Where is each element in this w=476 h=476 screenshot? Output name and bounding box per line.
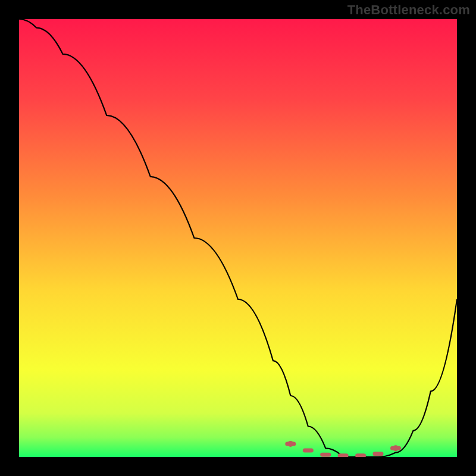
svg-rect-6 (373, 452, 384, 456)
chart-frame: TheBottleneck.com (0, 0, 476, 476)
bottleneck-curve (19, 19, 457, 457)
optimal-region-dotted (285, 441, 401, 457)
svg-rect-3 (320, 453, 331, 457)
plot-area (19, 19, 457, 457)
svg-rect-5 (355, 453, 366, 457)
svg-point-8 (287, 441, 293, 447)
curve-layer (19, 19, 457, 457)
watermark-text: TheBottleneck.com (347, 2, 470, 18)
svg-rect-4 (338, 453, 349, 457)
svg-rect-2 (303, 449, 314, 453)
svg-point-9 (393, 445, 399, 451)
